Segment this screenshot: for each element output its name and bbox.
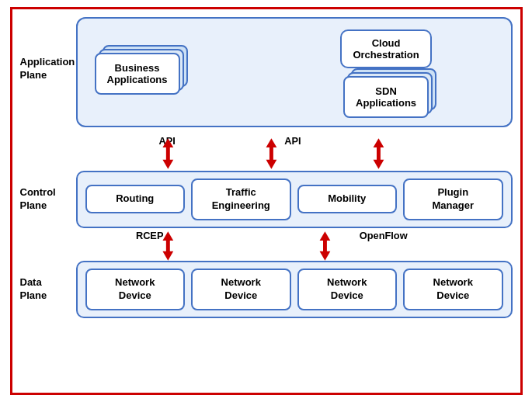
plugin-manager-label: PluginManager	[433, 186, 474, 211]
api-arrow-row: API API	[76, 133, 513, 171]
network-device-1: NetworkDevice	[85, 269, 186, 310]
cloud-orchestration-label: CloudOrchestration	[353, 37, 419, 61]
openflow-label: OpenFlow	[359, 230, 407, 241]
rcep-arrow-down	[162, 251, 173, 261]
data-plane-label: DataPlane	[20, 261, 76, 318]
rcep-arrow-up	[162, 231, 173, 241]
business-applications-wrapper: BusinessApplications	[95, 53, 180, 95]
business-applications-box: BusinessApplications	[95, 53, 180, 95]
arrow-down-2	[266, 160, 276, 169]
business-applications-label: BusinessApplications	[107, 62, 168, 85]
control-plane-box: Routing TrafficEngineering Mobility Plug…	[76, 171, 513, 228]
arrow-down-3	[373, 160, 384, 169]
control-plane-label: ControlPlane	[20, 171, 76, 228]
arrow-up-3	[373, 138, 384, 147]
sdn-applications-box: SDNApplications	[343, 76, 429, 118]
diagram-container: ApplicationPlane BusinessApplications	[10, 7, 523, 395]
network-device-3: NetworkDevice	[297, 269, 398, 310]
application-plane-label: ApplicationPlane	[20, 17, 76, 82]
openflow-arrow-down	[319, 251, 330, 261]
traffic-engineering-label: TrafficEngineering	[212, 186, 270, 211]
openflow-arrow-up	[319, 231, 330, 241]
api-label-right: API	[284, 135, 301, 147]
mobility-box: Mobility	[297, 185, 398, 213]
network-device-label-3: NetworkDevice	[327, 276, 367, 301]
routing-label: Routing	[116, 192, 154, 204]
control-plane-row: ControlPlane Routing TrafficEngineering …	[20, 171, 513, 228]
network-device-2: NetworkDevice	[191, 269, 291, 310]
arrow-down-1	[162, 160, 173, 169]
mobility-label: Mobility	[328, 192, 366, 204]
data-plane-row: DataPlane NetworkDevice NetworkDevice Ne…	[20, 261, 513, 318]
api-arrows-svg: API API	[76, 133, 513, 171]
network-device-label-1: NetworkDevice	[115, 276, 155, 301]
sdn-applications-wrapper: SDNApplications	[343, 76, 429, 118]
routing-box: Routing	[85, 185, 186, 213]
network-device-label-4: NetworkDevice	[433, 276, 473, 301]
plugin-manager-box: PluginManager	[403, 178, 503, 220]
architecture-diagram: ApplicationPlane BusinessApplications	[20, 17, 513, 385]
rcep-arrows-svg: RCEP OpenFlow	[76, 228, 513, 261]
rcep-arrow-row: RCEP OpenFlow	[76, 228, 513, 261]
sdn-applications-label: SDNApplications	[356, 85, 416, 109]
application-plane-box: BusinessApplications CloudOrchestration	[76, 17, 513, 127]
traffic-engineering-box: TrafficEngineering	[191, 178, 291, 220]
data-plane-box: NetworkDevice NetworkDevice NetworkDevic…	[76, 261, 513, 318]
cloud-orchestration-box: CloudOrchestration	[340, 29, 431, 68]
rcep-label: RCEP	[135, 230, 163, 241]
network-device-4: NetworkDevice	[403, 269, 503, 310]
arrow-up-2	[266, 138, 276, 147]
network-device-label-2: NetworkDevice	[221, 276, 261, 301]
application-plane-row: ApplicationPlane BusinessApplications	[20, 17, 513, 133]
